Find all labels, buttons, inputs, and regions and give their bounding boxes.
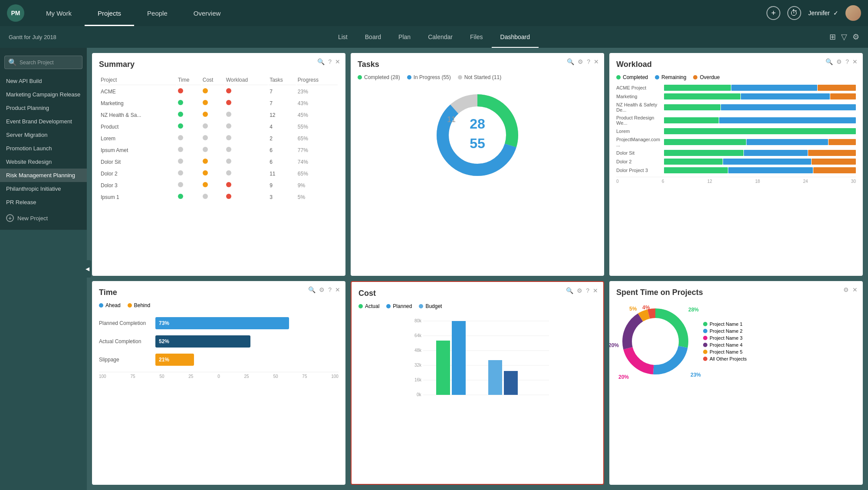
svg-text:64k: 64k xyxy=(414,333,422,338)
summary-search-icon[interactable]: 🔍 xyxy=(317,58,325,65)
nav-projects[interactable]: Projects xyxy=(85,0,134,26)
wl-remaining-dot xyxy=(655,75,659,79)
behind-dot xyxy=(128,303,132,308)
tab-calendar[interactable]: Calendar xyxy=(419,26,461,48)
actual-bar: 52% xyxy=(155,335,250,348)
row-workload xyxy=(225,109,268,120)
workload-row: ProjectManager.com ... xyxy=(616,137,856,147)
cost-title: Cost xyxy=(358,289,596,298)
tasks-help-icon[interactable]: ? xyxy=(587,58,590,65)
sub-nav-right: ⊞ ▽ ⚙ xyxy=(829,32,859,42)
app-logo[interactable]: PM xyxy=(7,4,24,22)
avatar[interactable] xyxy=(845,5,861,21)
spent-close-icon[interactable]: ✕ xyxy=(852,286,858,293)
time-axis: 100 75 50 25 0 25 50 75 100 xyxy=(99,372,339,379)
cost-chart: 80k 64k 48k 32k 16k 0k xyxy=(358,315,596,410)
tasks-legend-inprogress: In Progress (55) xyxy=(407,74,451,80)
sidebar-item-promotion-launch[interactable]: Promotion Launch xyxy=(0,142,87,155)
row-cost xyxy=(202,156,224,167)
cost-search-icon[interactable]: 🔍 xyxy=(566,287,573,294)
sidebar-item-new-api-build[interactable]: New API Build xyxy=(0,74,87,88)
planned-dot xyxy=(386,304,391,308)
row-tasks: 2 xyxy=(269,133,296,144)
search-icon: 🔍 xyxy=(8,58,17,66)
sidebar-item-event-brand[interactable]: Event Brand Development xyxy=(0,115,87,128)
tasks-search-icon[interactable]: 🔍 xyxy=(567,58,574,65)
workload-settings-icon[interactable]: ⚙ xyxy=(836,58,842,65)
summary-card: Summary 🔍 ? ✕ Project Time Cost Workload… xyxy=(92,53,345,276)
spent-time-card-icons: ⚙ ✕ xyxy=(843,286,858,293)
sidebar-item-server-migration[interactable]: Server Migration xyxy=(0,128,87,142)
workload-close-icon[interactable]: ✕ xyxy=(852,58,858,65)
summary-help-icon[interactable]: ? xyxy=(328,58,332,65)
wbar-completed xyxy=(664,93,740,99)
spent-time-title: Spent Time on Projects xyxy=(616,288,856,297)
tasks-settings-icon[interactable]: ⚙ xyxy=(578,58,583,65)
tab-list[interactable]: List xyxy=(329,26,356,48)
workload-legend-completed: Completed xyxy=(616,74,648,80)
workload-help-icon[interactable]: ? xyxy=(845,58,849,65)
sidebar-item-marketing-campaign[interactable]: Marketing Campaign Release xyxy=(0,88,87,101)
user-badge[interactable]: Jennifer ✓ xyxy=(808,10,838,17)
col-project: Project xyxy=(100,75,176,85)
add-icon[interactable]: + xyxy=(766,6,780,20)
spent-legend: Project Name 1 Project Name 2 Project Na… xyxy=(703,321,747,363)
sidebar-item-risk-management[interactable]: Risk Management Planning xyxy=(0,169,87,182)
summary-close-icon[interactable]: ✕ xyxy=(335,58,340,65)
cost-settings-icon[interactable]: ⚙ xyxy=(577,287,582,294)
workload-search-icon[interactable]: 🔍 xyxy=(825,58,833,65)
grid-icon[interactable]: ⊞ xyxy=(829,32,836,42)
sidebar-item-product-planning[interactable]: Product Planning xyxy=(0,101,87,115)
settings-icon[interactable]: ⚙ xyxy=(852,32,859,42)
row-progress: 74% xyxy=(297,156,338,167)
workload-legend-overdue: Overdue xyxy=(693,74,720,80)
tab-plan[interactable]: Plan xyxy=(390,26,419,48)
actual-dot xyxy=(358,304,363,308)
row-project: Dolor 3 xyxy=(100,180,176,191)
wbar-completed xyxy=(664,159,723,165)
sidebar-item-philanthropic[interactable]: Philanthropic Initiative xyxy=(0,182,87,195)
row-project: Dolor Sit xyxy=(100,156,176,167)
tab-dashboard[interactable]: Dashboard xyxy=(492,26,539,48)
workload-bars xyxy=(664,117,856,123)
col-cost: Cost xyxy=(202,75,224,85)
sidebar-collapse[interactable]: ◀ xyxy=(83,260,91,278)
workload-bars xyxy=(664,159,856,165)
row-tasks: 4 xyxy=(269,121,296,132)
wbar-completed xyxy=(664,139,746,145)
sidebar-item-website-redesign[interactable]: Website Redesign xyxy=(0,155,87,169)
tasks-close-icon[interactable]: ✕ xyxy=(594,58,599,65)
nav-overview[interactable]: Overview xyxy=(181,0,234,26)
tab-files[interactable]: Files xyxy=(461,26,492,48)
cost-help-icon[interactable]: ? xyxy=(586,287,589,294)
cost-legend: Actual Planned Budget xyxy=(358,303,596,309)
notstarted-dot xyxy=(458,75,462,79)
spent-legend-5: Project Name 5 xyxy=(703,349,747,354)
sidebar-item-pr-release[interactable]: PR Release xyxy=(0,195,87,209)
nav-people[interactable]: People xyxy=(134,0,181,26)
svg-text:11: 11 xyxy=(447,115,456,124)
search-box[interactable]: 🔍 xyxy=(4,56,82,69)
time-settings-icon[interactable]: ⚙ xyxy=(319,286,325,293)
timer-icon[interactable]: ⏱ xyxy=(787,6,801,20)
wbar-overdue xyxy=(829,139,856,145)
pct-20b: 20% xyxy=(609,342,619,348)
wbar-remaining xyxy=(744,150,808,156)
col-tasks: Tasks xyxy=(269,75,296,85)
time-help-icon[interactable]: ? xyxy=(328,286,332,293)
tab-board[interactable]: Board xyxy=(356,26,390,48)
nav-my-work[interactable]: My Work xyxy=(33,0,85,26)
spent-settings-icon[interactable]: ⚙ xyxy=(843,286,849,293)
time-search-icon[interactable]: 🔍 xyxy=(308,286,316,293)
filter-icon[interactable]: ▽ xyxy=(841,32,847,42)
cost-close-icon[interactable]: ✕ xyxy=(593,287,598,294)
donut-container: 28 55 11 xyxy=(358,87,597,183)
time-bar-actual: Actual Completion 52% xyxy=(99,335,339,348)
cost-bar-actual-1 xyxy=(436,341,450,395)
wbar-completed xyxy=(664,167,728,173)
time-close-icon[interactable]: ✕ xyxy=(335,286,340,293)
search-input[interactable] xyxy=(20,60,79,66)
spent-legend-6: All Other Projects xyxy=(703,356,747,361)
new-project-button[interactable]: + New Project xyxy=(0,211,87,225)
summary-table: Project Time Cost Workload Tasks Progres… xyxy=(99,74,339,203)
